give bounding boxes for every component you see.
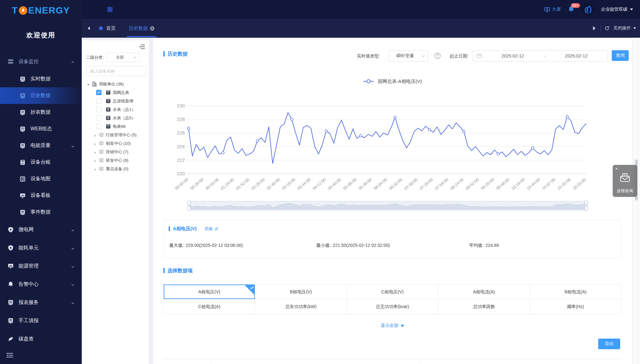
tree-folder-2[interactable]: 营销中心 (7)	[82, 148, 149, 156]
sidebar-item-5[interactable]: 电能质量	[0, 137, 82, 154]
show-all-toggle[interactable]: 显示全部	[153, 323, 632, 329]
tree-device-4[interactable]: 电表66	[82, 122, 149, 131]
data-item-4[interactable]: B相电流(A)	[530, 285, 621, 299]
sidebar-item-7[interactable]: 设备地图	[0, 171, 82, 187]
close-operations-menu[interactable]: 关闭操作	[613, 25, 636, 31]
category-select[interactable]: 全部	[106, 53, 139, 62]
sidebar-item-0[interactable]: 设备监控	[0, 52, 82, 71]
tree-folder-4[interactable]: 重点设备 (0)	[82, 165, 149, 173]
stats-card: A相电压(V) 切换 最大值:229.00(2025-02-12 03:06:0…	[163, 220, 621, 258]
tab-close-icon[interactable]	[150, 26, 155, 31]
switch-metric-button[interactable]: 切换	[205, 226, 219, 232]
sidebar-item-16[interactable]: 碳盘查	[0, 330, 82, 348]
datazoom-left-handle[interactable]	[188, 201, 191, 211]
device-search-input[interactable]	[90, 68, 146, 74]
tree-device-3[interactable]: 水表（总5）	[82, 114, 149, 122]
device-tree: 用能单位 (36)国网总表总进线新增水表（总1）水表（总5）电表66行政管理中心…	[82, 80, 149, 173]
sidebar-item-2[interactable]: 历史数据	[0, 87, 82, 104]
tree-collapsed-caret-icon[interactable]	[94, 167, 97, 171]
tree-folder-label: 重点设备 (0)	[106, 166, 129, 172]
page-scrollbar[interactable]	[632, 38, 640, 364]
sidebar-item-3[interactable]: 抄表数据	[0, 104, 82, 121]
datazoom-slider[interactable]	[189, 201, 587, 210]
query-button[interactable]: 查询	[612, 50, 629, 61]
active-tab-underline	[127, 36, 156, 37]
svg-text:03:16:00: 03:16:00	[281, 177, 296, 191]
sidebar-item-13[interactable]: 告警中心	[0, 275, 82, 293]
data-item-9[interactable]: 频率(Hz)	[530, 299, 621, 314]
tab-home[interactable]: 首页	[96, 19, 118, 38]
svg-text:05:08:00: 05:08:00	[342, 177, 357, 191]
date-range-label: 起止日期:	[450, 53, 468, 59]
feedback-widget[interactable]: × 反馈咨询	[613, 165, 637, 197]
tree-folder-1[interactable]: 制造中心 (10)	[82, 139, 149, 148]
tree-device-0[interactable]: 国网总表	[82, 88, 149, 97]
checkbox-unchecked[interactable]	[96, 115, 101, 121]
tabs-scroll-right-icon[interactable]	[592, 26, 597, 31]
data-item-0[interactable]: A相电压(V)	[164, 285, 255, 299]
feedback-close-icon[interactable]: ×	[615, 166, 618, 171]
datazoom-right-handle[interactable]	[585, 201, 588, 211]
apps-grid-icon[interactable]	[106, 6, 114, 13]
avatar[interactable]	[582, 3, 594, 16]
help-question-icon[interactable]	[434, 52, 441, 59]
sidebar-item-10[interactable]: 微电网	[0, 220, 82, 239]
account-menu[interactable]: 企业能管双碳	[601, 7, 633, 12]
sidebar-nav: 设备监控实时数据历史数据抄表数据WEB组态电能质量设备台账设备地图设备看板事件数…	[0, 52, 82, 348]
checkbox-unchecked[interactable]	[96, 107, 101, 112]
tree-collapsed-caret-icon[interactable]	[94, 133, 97, 137]
realtime-type-select[interactable]: 瞬时变量	[389, 50, 428, 62]
export-button[interactable]: 导出	[598, 339, 620, 349]
chart-legend[interactable]: 国网总表-A相电压(V)	[153, 79, 632, 84]
tree-collapse-icon[interactable]	[139, 44, 145, 50]
top-header: 大屏 99+ 企业能管双碳	[82, 0, 640, 19]
account-caret-icon	[630, 8, 633, 10]
stat-avg: 平均值:224.89	[469, 243, 499, 248]
calendar-icon	[477, 53, 482, 58]
svg-text:10:16:00: 10:16:00	[511, 177, 526, 191]
data-item-6[interactable]: 总有功功率(kW)	[255, 299, 346, 314]
data-item-8[interactable]: 总功率因数	[438, 299, 529, 314]
data-item-2[interactable]: C相电压(V)	[347, 285, 438, 299]
data-item-1[interactable]: B相电压(V)	[255, 285, 346, 299]
date-from-value[interactable]: 2025-02-12	[482, 53, 544, 58]
checkbox-checked[interactable]	[96, 90, 101, 95]
refresh-icon[interactable]	[604, 26, 610, 31]
tabs-scroll-left-icon[interactable]	[87, 26, 91, 30]
monitor-icon	[8, 58, 14, 65]
tab-history-data[interactable]: 历史数据	[126, 19, 158, 38]
sidebar-item-1[interactable]: 实时数据	[0, 71, 82, 87]
date-to-value[interactable]: 2025-02-12	[545, 53, 607, 58]
realtime-type-value: 瞬时变量	[389, 53, 422, 59]
sidebar-item-6[interactable]: 设备台账	[0, 154, 82, 171]
tree-collapsed-caret-icon[interactable]	[94, 159, 97, 162]
tree-device-1[interactable]: 总进线新增	[82, 97, 149, 105]
svg-text:07:28:00: 07:28:00	[419, 177, 434, 191]
tree-device-2[interactable]: 水表（总1）	[82, 105, 149, 114]
date-range-picker[interactable]: 2025-02-12 - 2025-02-12	[473, 50, 608, 62]
chevron-down-icon	[71, 144, 75, 148]
tree-folder-3[interactable]: 研发中心 (9)	[82, 156, 149, 165]
svg-text:15:07:00: 15:07:00	[541, 177, 556, 191]
collapse-sidebar-icon[interactable]	[6, 352, 13, 358]
sidebar-item-11[interactable]: 能耗单元	[0, 239, 82, 257]
sidebar-item-14[interactable]: 报表服务	[0, 293, 82, 312]
sidebar-item-12[interactable]: 能源管理	[0, 257, 82, 275]
checkbox-unchecked[interactable]	[96, 124, 101, 129]
notifications-button[interactable]: 99+	[568, 6, 575, 13]
tree-root-node[interactable]: 用能单位 (36)	[82, 80, 149, 88]
data-item-5[interactable]: C相电流(A)	[164, 299, 255, 314]
sidebar-item-4[interactable]: WEB组态	[0, 121, 82, 137]
checkbox-unchecked[interactable]	[96, 98, 101, 104]
data-item-3[interactable]: A相电流(A)	[438, 285, 529, 299]
sidebar-item-8[interactable]: 设备看板	[0, 187, 82, 204]
tree-expand-icon[interactable]	[87, 83, 90, 86]
tree-folder-0[interactable]: 行政管理中心 (5)	[82, 131, 149, 139]
feedback-envelope-icon	[619, 172, 631, 184]
sidebar-item-15[interactable]: 手工填报	[0, 312, 82, 330]
big-screen-button[interactable]: 大屏	[544, 7, 561, 13]
data-item-7[interactable]: 总无功功率(kvar)	[347, 299, 438, 314]
sidebar-item-9[interactable]: 事件数据	[0, 204, 82, 220]
tree-collapsed-caret-icon[interactable]	[94, 150, 97, 154]
tree-collapsed-caret-icon[interactable]	[94, 142, 97, 145]
